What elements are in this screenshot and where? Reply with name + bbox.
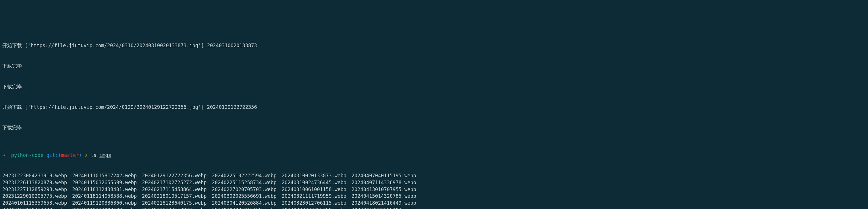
output-line: 开始下载 ['https://file.jiutuvip.com/2024/01… (2, 104, 866, 111)
file-item: 20240217115458864.webp (142, 186, 207, 193)
file-item: 20240129122722356.webp (142, 173, 207, 179)
file-item: 20240304120526884.webp (212, 200, 277, 207)
prompt-git-close: ) (79, 152, 82, 158)
file-item: 20240310024736445.webp (282, 179, 346, 186)
prompt-branch: master (61, 152, 79, 158)
file-item: 20231226113820879.webp (2, 179, 67, 186)
file-item: 20240310020133873.webp (282, 173, 346, 179)
file-item: 20240227020705703.webp (212, 186, 277, 193)
file-item: 20240418022606107.webp (351, 207, 416, 209)
prompt-path: python-code (11, 152, 44, 158)
output-line: 开始下载 ['https://file.jiutuvip.com/2024/03… (2, 42, 866, 49)
file-item: 20240111015817242.webp (72, 173, 137, 179)
output-line: 下载完毕 (2, 63, 866, 70)
file-item: 20240413010707955.webp (351, 186, 416, 193)
file-item: 20240302025556691.webp (212, 193, 277, 200)
file-item: 20240225102222594.webp (212, 173, 277, 179)
file-item: 20240103120419733.webp (2, 207, 67, 209)
file-item: 20240225115258734.webp (212, 179, 277, 186)
output-line: 下载完毕 (2, 124, 866, 131)
file-item: 20240119120336360.webp (72, 200, 137, 207)
file-item: 20231229010205775.webp (2, 193, 67, 200)
file-item: 20240323012706115.webp (282, 200, 346, 207)
file-item: 20240218010517157.webp (142, 193, 207, 200)
file-item: 20231227112859298.webp (2, 186, 67, 193)
command-arg: imgs (99, 152, 111, 158)
file-item: 20240119122007603.webp (72, 207, 137, 209)
command-name: ls (91, 152, 96, 158)
file-item: 20240407040115195.webp (351, 173, 416, 179)
ls-output: 20231223084231918.webp20240111015817242.… (2, 173, 866, 209)
file-item: 20240307095216468.webp (212, 207, 277, 209)
file-item: 20240418021416449.webp (351, 200, 416, 207)
prompt-arrow-icon: ➜ (2, 152, 5, 158)
file-item: 20240101115359653.webp (2, 200, 67, 207)
file-item: 20240218124557877.webp (142, 207, 207, 209)
file-item: 20240321111719959.webp (282, 193, 346, 200)
file-item: 20240118114058588.webp (72, 193, 137, 200)
prompt-dirty-icon: ✗ (85, 152, 88, 158)
file-item: 20240118112438401.webp (72, 186, 137, 193)
file-item: 20240323073756388.webp (282, 207, 346, 209)
file-item: 20231223084231918.webp (2, 173, 67, 179)
output-line: 下载完毕 (2, 83, 866, 90)
file-item: 20240415014320785.webp (351, 193, 416, 200)
prompt-git-label: git:( (46, 152, 61, 158)
file-item: 20240217102725272.webp (142, 179, 207, 186)
file-item: 20240407114336978.webp (351, 179, 416, 186)
file-item: 20240115032655699.webp (72, 179, 137, 186)
shell-prompt[interactable]: ➜ python-code git:(master) ✗ ls imgs (2, 152, 866, 159)
file-item: 20240218123640175.webp (142, 200, 207, 207)
terminal-output: 开始下载 ['https://file.jiutuvip.com/2024/03… (2, 28, 866, 138)
file-item: 20240310061001158.webp (282, 186, 346, 193)
